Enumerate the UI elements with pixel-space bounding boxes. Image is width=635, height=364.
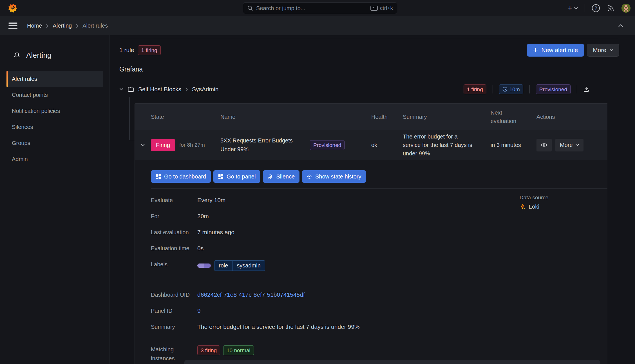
detail-value: The error budget for a service for the l… xyxy=(197,323,360,331)
search-input[interactable] xyxy=(256,5,368,12)
annotation-details: Dashboard UID d66242cf-71e8-417c-8ef7-51… xyxy=(151,291,360,363)
eye-icon xyxy=(541,142,547,148)
detail-row-labels: Labels role sysadmin xyxy=(151,260,265,271)
divider xyxy=(577,85,577,93)
detail-label: Labels xyxy=(151,260,197,268)
folder-icon xyxy=(128,86,134,92)
col-summary: Summary xyxy=(403,113,491,121)
row-expand-chevron[interactable] xyxy=(135,144,151,146)
detail-label: Dashboard UID xyxy=(151,291,197,299)
search-icon xyxy=(247,5,253,11)
detail-value: Every 10m xyxy=(197,196,225,204)
col-actions: Actions xyxy=(536,113,607,121)
col-health: Health xyxy=(371,113,403,121)
plus-icon: + xyxy=(568,4,572,12)
matching-firing-badge: 3 firing xyxy=(197,345,220,355)
rule-count: 1 rule xyxy=(119,47,134,53)
detail-row-summary: Summary The error budget for a service f… xyxy=(151,323,360,331)
view-rule-button[interactable] xyxy=(536,139,552,151)
alerting-sidebar: Alerting Alert rules Contact points Noti… xyxy=(0,35,109,364)
help-button[interactable]: ? xyxy=(592,4,600,12)
chevron-down-icon xyxy=(610,49,613,51)
news-rss-button[interactable] xyxy=(607,4,615,12)
datasource-label: Data source xyxy=(520,195,548,201)
breadcrumb-alerting[interactable]: Alerting xyxy=(53,23,72,29)
show-state-history-button[interactable]: Show state history xyxy=(302,170,366,183)
search-shortcut: ctrl+k xyxy=(370,5,393,11)
dashboard-uid-link[interactable]: d66242cf-71e8-417c-8ef7-51b0741545df xyxy=(197,291,305,299)
global-search[interactable]: ctrl+k xyxy=(243,2,397,14)
detail-label: Evaluate xyxy=(151,196,197,204)
tree-connector xyxy=(129,140,135,140)
silence-button[interactable]: Silence xyxy=(263,170,299,183)
provisioned-badge: Provisioned xyxy=(536,84,571,94)
collapse-chevron-icon[interactable] xyxy=(119,88,124,91)
user-avatar[interactable] xyxy=(621,4,630,13)
rule-more-button[interactable]: More xyxy=(555,139,583,151)
more-actions-button[interactable]: More xyxy=(587,44,619,57)
sidebar-item-alert-rules[interactable]: Alert rules xyxy=(6,71,103,87)
sidebar-item-groups[interactable]: Groups xyxy=(6,135,103,151)
rule-name-link[interactable]: 5XX Requests Error Budgets Under 99% xyxy=(220,136,305,154)
firing-state-badge[interactable]: Firing xyxy=(151,139,175,151)
detail-label: For xyxy=(151,212,197,220)
dashboard-grid-icon xyxy=(156,174,161,179)
rule-provisioned-badge: Provisioned xyxy=(310,140,345,150)
breadcrumb: Home Alerting Alert rules xyxy=(27,23,108,29)
sidebar-item-contact-points[interactable]: Contact points xyxy=(6,87,103,103)
loki-icon xyxy=(520,204,526,210)
go-to-panel-button[interactable]: Go to panel xyxy=(213,170,260,183)
rule-next-evaluation: in 3 minutes xyxy=(491,142,536,148)
label-chip[interactable]: role sysadmin xyxy=(214,260,265,271)
detail-row-evaluation-time: Evaluation time 0s xyxy=(151,244,265,252)
detail-label: Last evaluation xyxy=(151,228,197,236)
rule-summary: The error budget for a service for the l… xyxy=(403,132,491,158)
grafana-logo-icon[interactable] xyxy=(8,3,17,13)
chevron-down-icon xyxy=(576,144,579,146)
alert-rule-row: Firing for 8h 27m 5XX Requests Error Bud… xyxy=(135,130,607,160)
tree-connector xyxy=(129,97,130,140)
plus-icon xyxy=(533,48,538,53)
divider xyxy=(493,85,493,93)
detail-row-for: For 20m xyxy=(151,212,265,220)
detail-divider xyxy=(151,188,607,189)
history-icon xyxy=(307,174,312,179)
menu-toggle-button[interactable] xyxy=(8,23,17,29)
label-value: sysadmin xyxy=(232,261,265,271)
col-name: Name xyxy=(220,113,371,121)
detail-row-panel-id: Panel ID 9 xyxy=(151,307,360,315)
new-menu-button[interactable]: + xyxy=(568,4,578,12)
keyboard-icon xyxy=(370,5,378,11)
content-top-divider xyxy=(120,39,618,39)
evaluation-interval-badge: 10m xyxy=(499,84,523,94)
detail-value: 0s xyxy=(197,244,204,252)
panel-id-link[interactable]: 9 xyxy=(197,307,201,315)
folder-firing-badge: 1 firing xyxy=(464,84,486,94)
detail-label: Summary xyxy=(151,323,197,331)
breadcrumb-home[interactable]: Home xyxy=(27,23,42,29)
datasource-name[interactable]: Loki xyxy=(529,203,540,210)
label-key: role xyxy=(214,261,232,271)
detail-row-last-evaluation: Last evaluation 7 minutes ago xyxy=(151,228,265,236)
shortcut-label: ctrl+k xyxy=(380,5,393,11)
rule-detail-panel: Go to dashboard Go to panel xyxy=(135,160,607,364)
sidebar-item-silences[interactable]: Silences xyxy=(6,119,103,135)
sidebar-item-notification-policies[interactable]: Notification policies xyxy=(6,103,103,119)
breadcrumb-bar: Home Alerting Alert rules xyxy=(0,16,635,35)
sidebar-title: Alerting xyxy=(13,51,109,60)
export-button[interactable] xyxy=(583,86,589,92)
section-title-grafana: Grafana xyxy=(119,66,143,73)
new-alert-rule-button[interactable]: New alert rule xyxy=(527,44,584,57)
rule-health: ok xyxy=(371,142,403,148)
go-to-dashboard-button[interactable]: Go to dashboard xyxy=(151,170,211,183)
datasource-block: Data source xyxy=(520,195,548,210)
collapse-up-button[interactable] xyxy=(618,24,623,27)
col-state: State xyxy=(151,113,220,121)
rules-table-header: State Name Health Summary Next evaluatio… xyxy=(135,104,607,130)
folder-name[interactable]: Self Host Blocks xyxy=(138,86,181,93)
folder-subfolder[interactable]: SysAdmin xyxy=(192,86,219,93)
firing-duration: for 8h 27m xyxy=(179,142,205,148)
chevron-right-icon xyxy=(76,24,79,28)
bell-icon xyxy=(13,52,21,59)
sidebar-item-admin[interactable]: Admin xyxy=(6,151,103,167)
